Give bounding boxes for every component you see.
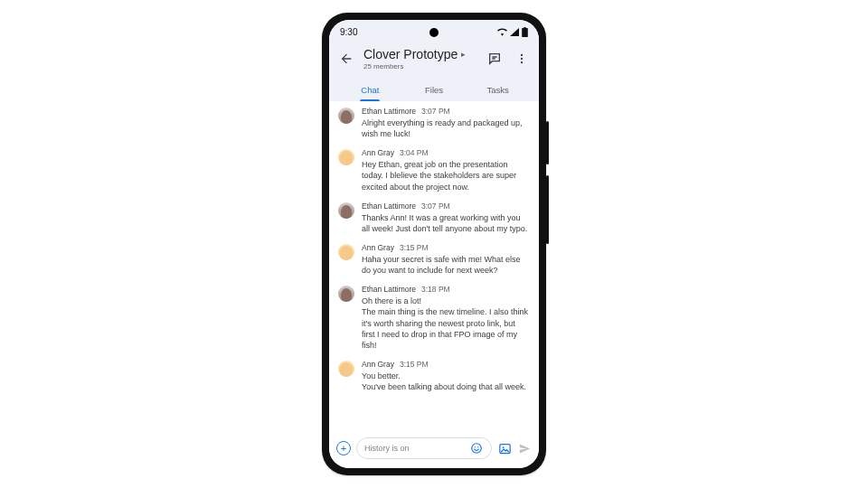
image-icon[interactable] (497, 441, 512, 455)
message-input[interactable]: History is on (356, 437, 492, 459)
message[interactable]: Ethan Lattimore3:07 PMAlright everything… (338, 107, 530, 139)
message-body: Thanks Ann! It was a great working with … (362, 212, 530, 234)
message-time: 3:18 PM (421, 285, 450, 294)
side-button (546, 175, 549, 244)
avatar (338, 286, 354, 302)
svg-point-1 (521, 58, 523, 60)
message[interactable]: Ann Gray3:15 PMYou better.You've been ta… (338, 360, 530, 392)
message-body: You better.You've been talking about doi… (362, 371, 530, 392)
message[interactable]: Ann Gray3:04 PMHey Ethan, great job on t… (338, 148, 530, 192)
message-body: Haha your secret is safe with me! What e… (362, 254, 530, 276)
message-author: Ann Gray (362, 243, 394, 252)
message-time: 3:15 PM (400, 360, 429, 369)
thread-icon[interactable] (486, 51, 503, 67)
tab-tasks[interactable]: Tasks (466, 80, 530, 101)
avatar (338, 149, 354, 165)
chat-title: Clover Prototype (363, 47, 458, 61)
svg-point-7 (502, 446, 504, 448)
message-time: 3:15 PM (400, 243, 429, 252)
svg-point-3 (472, 444, 482, 454)
message-list[interactable]: Ethan Lattimore3:07 PMAlright everything… (329, 101, 539, 432)
caret-right-icon: ▸ (461, 50, 466, 59)
chat-title-block[interactable]: Clover Prototype ▸ 25 members (363, 47, 477, 70)
add-button[interactable]: + (336, 441, 351, 455)
message[interactable]: Ann Gray3:15 PMHaha your secret is safe … (338, 243, 530, 276)
message[interactable]: Ethan Lattimore3:07 PMThanks Ann! It was… (338, 202, 530, 234)
chat-subtitle: 25 members (363, 62, 477, 70)
battery-icon (522, 27, 528, 37)
svg-point-4 (475, 446, 476, 447)
message-author: Ann Gray (362, 360, 394, 369)
message-author: Ethan Lattimore (362, 285, 416, 294)
message-body: Oh there is a lot!The main thing is the … (362, 296, 530, 351)
avatar (338, 202, 354, 219)
side-button (546, 121, 549, 164)
status-time: 9:30 (340, 27, 357, 37)
more-menu-icon[interactable] (514, 51, 530, 67)
input-placeholder: History is on (364, 444, 464, 453)
message-author: Ann Gray (362, 148, 394, 157)
message-time: 3:07 PM (421, 202, 450, 211)
avatar (338, 244, 354, 260)
back-button[interactable] (338, 51, 354, 67)
wifi-icon (497, 28, 507, 36)
cellular-icon (510, 28, 519, 36)
message-body: Alright everything is ready and packaged… (362, 117, 530, 139)
message-body: Hey Ethan, great job on the presentation… (362, 159, 530, 192)
emoji-icon[interactable] (469, 441, 484, 455)
message-time: 3:04 PM (400, 148, 429, 157)
phone-frame: 9:30 (322, 13, 546, 475)
composer: + History is on (329, 432, 539, 468)
message-author: Ethan Lattimore (362, 202, 416, 211)
tab-files[interactable]: Files (402, 80, 467, 101)
svg-point-0 (521, 54, 523, 56)
avatar (338, 108, 354, 124)
message-author: Ethan Lattimore (362, 107, 416, 116)
chat-header: Clover Prototype ▸ 25 members (329, 43, 539, 101)
tab-chat[interactable]: Chat (338, 80, 402, 101)
message-time: 3:07 PM (421, 107, 450, 116)
front-camera (429, 28, 439, 37)
send-button[interactable] (517, 441, 532, 455)
avatar (338, 361, 354, 377)
message[interactable]: Ethan Lattimore3:18 PMOh there is a lot!… (338, 285, 530, 351)
tabs: Chat Files Tasks (338, 80, 530, 101)
svg-point-5 (477, 446, 478, 447)
svg-point-2 (521, 61, 523, 63)
